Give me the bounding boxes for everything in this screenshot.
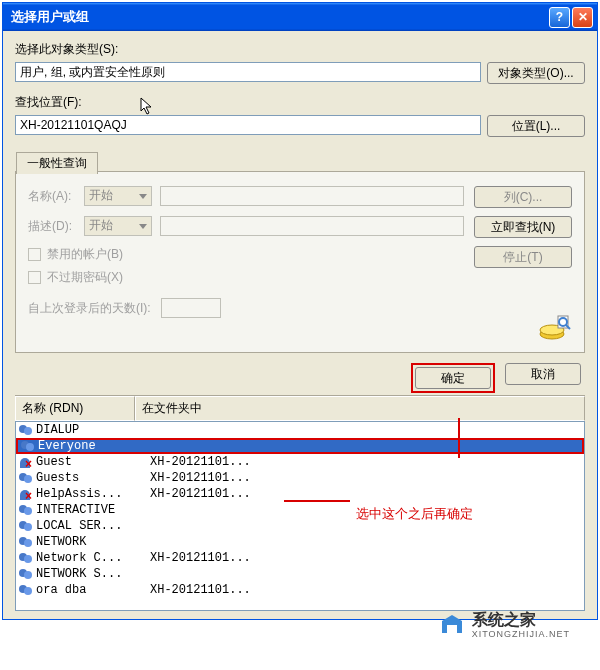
result-name: Guests [36,471,150,485]
disabled-checkbox [28,248,41,261]
close-button[interactable]: ✕ [572,7,593,28]
result-row[interactable]: NETWORK [16,534,584,550]
help-button[interactable]: ? [549,7,570,28]
svg-rect-5 [447,625,457,633]
result-row[interactable]: DIALUP [16,422,584,438]
principal-icon [18,519,34,533]
result-name: NETWORK S... [36,567,150,581]
result-row[interactable]: INTERACTIVE [16,502,584,518]
principal-icon [18,487,34,501]
ok-button[interactable]: 确定 [415,367,491,389]
principal-icon [18,455,34,469]
watermark-url: XITONGZHIJIA.NET [472,629,570,640]
watermark-icon [438,613,466,637]
titlebar: 选择用户或组 ? ✕ [3,3,597,31]
noexpire-checkbox [28,271,41,284]
desc-label: 描述(D): [28,218,76,235]
result-name: Guest [36,455,150,469]
watermark-title: 系统之家 [472,610,570,629]
result-folder: XH-20121101... [150,455,582,469]
ok-button-highlight: 确定 [411,363,495,393]
result-name: Network C... [36,551,150,565]
principal-icon [20,439,36,453]
result-name: ora dba [36,583,150,597]
desc-mode-dropdown: 开始 [84,216,152,236]
results-list[interactable]: DIALUPEveryoneGuestXH-20121101...GuestsX… [15,421,585,611]
location-label: 查找位置(F): [15,94,585,111]
tab-general[interactable]: 一般性查询 [16,152,98,174]
annotation-text: 选中这个之后再确定 [356,505,473,523]
annotation-arrow [458,418,460,458]
cancel-button[interactable]: 取消 [505,363,581,385]
disabled-label: 禁用的帐户(B) [47,246,123,263]
result-name: HelpAssis... [36,487,150,501]
principal-icon [18,535,34,549]
find-now-button[interactable]: 立即查找(N) [474,216,572,238]
principal-icon [18,583,34,597]
col-name[interactable]: 名称 (RDN) [15,396,135,421]
col-folder[interactable]: 在文件夹中 [135,396,585,421]
directory-icon [538,312,572,342]
desc-input [160,216,464,236]
watermark: 系统之家 XITONGZHIJIA.NET [438,610,570,640]
object-type-label: 选择此对象类型(S): [15,41,585,58]
days-label: 自上次登录后的天数(I): [28,300,151,317]
result-row[interactable]: ora dbaXH-20121101... [16,582,584,598]
location-field[interactable] [15,115,481,135]
noexpire-label: 不过期密码(X) [47,269,123,286]
result-name: INTERACTIVE [36,503,150,517]
result-folder: XH-20121101... [150,471,582,485]
result-name: DIALUP [36,423,150,437]
object-types-button[interactable]: 对象类型(O)... [487,62,585,84]
principal-icon [18,423,34,437]
name-label: 名称(A): [28,188,76,205]
result-folder: XH-20121101... [150,583,582,597]
result-row[interactable]: GuestsXH-20121101... [16,470,584,486]
window-title: 选择用户或组 [7,8,547,26]
result-row[interactable]: Everyone [16,438,584,454]
result-name: NETWORK [36,535,150,549]
result-name: LOCAL SER... [36,519,150,533]
days-spin [161,298,221,318]
result-row[interactable]: LOCAL SER... [16,518,584,534]
result-row[interactable]: Network C...XH-20121101... [16,550,584,566]
name-input [160,186,464,206]
result-name: Everyone [38,439,152,453]
stop-button: 停止(T) [474,246,572,268]
result-folder: XH-20121101... [150,551,582,565]
principal-icon [18,503,34,517]
annotation-arrow-2 [284,500,350,502]
locations-button[interactable]: 位置(L)... [487,115,585,137]
result-folder: XH-20121101... [150,487,582,501]
columns-button: 列(C)... [474,186,572,208]
object-type-field[interactable] [15,62,481,82]
result-row[interactable]: GuestXH-20121101... [16,454,584,470]
name-mode-dropdown: 开始 [84,186,152,206]
cursor-icon [140,97,156,117]
principal-icon [18,471,34,485]
results-header: 名称 (RDN) 在文件夹中 [15,395,585,421]
principal-icon [18,551,34,565]
result-row[interactable]: NETWORK S... [16,566,584,582]
principal-icon [18,567,34,581]
